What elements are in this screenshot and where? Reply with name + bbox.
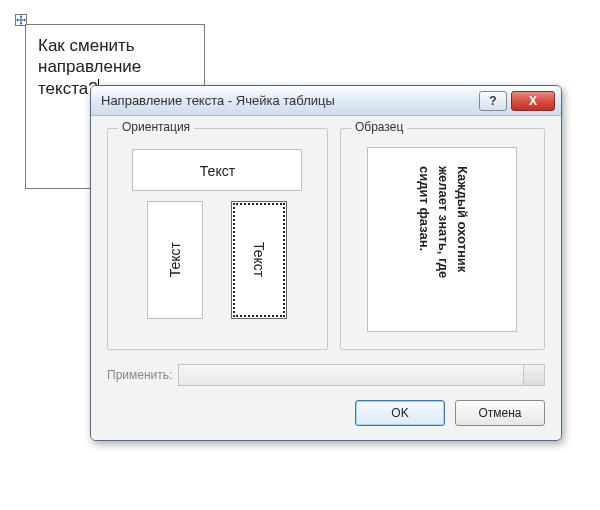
dialog-body: Ориентация Текст Текст Текст Образец Каж… <box>91 116 561 440</box>
help-icon: ? <box>489 94 496 108</box>
apply-label: Применить: <box>107 368 172 382</box>
sample-text: Каждый охотник желает знать, где сидит ф… <box>414 166 471 313</box>
sample-preview: Каждый охотник желает знать, где сидит ф… <box>367 147 517 332</box>
orientation-option-vertical-right[interactable]: Текст <box>231 201 287 319</box>
close-icon: X <box>529 94 537 108</box>
sample-legend: Образец <box>351 120 407 134</box>
text-direction-dialog: Направление текста - Ячейка таблицы ? X … <box>90 85 562 441</box>
orientation-option-vertical-left[interactable]: Текст <box>147 201 203 319</box>
orientation-option-label: Текст <box>167 242 183 277</box>
close-button[interactable]: X <box>511 91 555 111</box>
dialog-title: Направление текста - Ячейка таблицы <box>101 93 475 108</box>
apply-to-combobox[interactable] <box>178 364 545 386</box>
cancel-button[interactable]: Отмена <box>455 400 545 426</box>
dialog-titlebar[interactable]: Направление текста - Ячейка таблицы ? X <box>91 86 561 116</box>
orientation-option-label: Текст <box>200 163 235 179</box>
sample-group: Образец Каждый охотник желает знать, где… <box>340 128 545 350</box>
orientation-option-label: Текст <box>251 242 267 277</box>
orientation-group: Ориентация Текст Текст Текст <box>107 128 328 350</box>
help-button[interactable]: ? <box>479 91 507 111</box>
orientation-legend: Ориентация <box>118 120 194 134</box>
orientation-option-horizontal[interactable]: Текст <box>132 149 302 191</box>
ok-button[interactable]: OK <box>355 400 445 426</box>
chevron-down-icon <box>530 373 538 378</box>
